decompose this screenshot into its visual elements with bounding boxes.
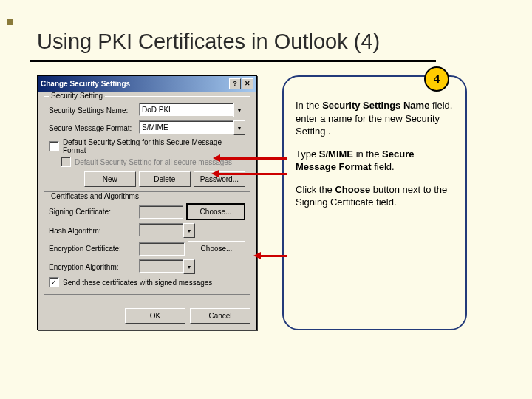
delete-button[interactable]: Delete [139, 171, 191, 187]
enc-alg-label: Encryption Algorithm: [49, 263, 136, 271]
step-badge: 4 [424, 66, 449, 92]
name-input[interactable]: DoD PKI [139, 103, 233, 116]
enc-alg-dropdown[interactable]: ▼ [183, 259, 195, 274]
name-dropdown[interactable]: ▼ [233, 103, 245, 117]
format-dropdown[interactable]: ▼ [233, 120, 245, 135]
enc-alg-field [139, 259, 183, 273]
title-rule [30, 60, 436, 62]
encryption-choose-button[interactable]: Choose... [188, 241, 245, 256]
cancel-button[interactable]: Cancel [190, 308, 250, 324]
default-all-checkbox [61, 157, 71, 167]
default-all-label: Default Security Setting for all secure … [75, 158, 232, 166]
ok-button[interactable]: OK [125, 308, 185, 324]
send-certs-checkbox[interactable]: ✓ [49, 277, 59, 287]
instruction-3: Click the Choose button next to the Sign… [296, 183, 454, 209]
chevron-down-icon: ▼ [187, 228, 192, 233]
default-format-checkbox[interactable] [49, 141, 59, 151]
format-label: Secure Message Format: [49, 124, 136, 132]
security-setting-group: Security Setting Security Settings Name:… [44, 96, 250, 192]
hash-label: Hash Algorithm: [49, 227, 136, 235]
group1-title: Security Setting [49, 92, 105, 100]
help-button[interactable]: ? [229, 78, 241, 89]
instruction-callout: 4 In the Security Settings Name field, e… [282, 75, 467, 330]
dialog-title: Change Security Settings [41, 80, 130, 88]
slide-title: Using PKI Certificates in Outlook (4) [37, 30, 495, 54]
signing-cert-field [139, 205, 183, 219]
format-input[interactable]: S/MIME [139, 120, 233, 134]
instruction-1: In the Security Settings Name field, ent… [296, 99, 454, 138]
group2-title: Certificates and Algorithms [49, 192, 141, 200]
hash-dropdown[interactable]: ▼ [183, 223, 195, 238]
enc-cert-label: Encryption Certificate: [49, 245, 136, 253]
instruction-2: Type S/MIME in the Secure Message Format… [296, 148, 454, 174]
close-icon: ✕ [245, 81, 250, 87]
check-icon: ✓ [51, 279, 57, 286]
default-format-label: Default Security Setting for this Secure… [63, 138, 245, 154]
hash-field [139, 223, 183, 236]
dialog-titlebar: Change Security Settings ? ✕ [38, 76, 256, 92]
new-button[interactable]: New [84, 171, 136, 187]
name-label: Security Settings Name: [49, 106, 136, 115]
question-icon: ? [233, 81, 237, 87]
title-bullet [7, 19, 13, 25]
chevron-down-icon: ▼ [237, 126, 242, 131]
enc-cert-field [139, 242, 185, 256]
send-certs-label: Send these certificates with signed mess… [63, 279, 212, 287]
chevron-down-icon: ▼ [237, 108, 242, 113]
close-button[interactable]: ✕ [242, 78, 253, 89]
signing-choose-button[interactable]: Choose... [186, 203, 245, 220]
signing-cert-label: Signing Certificate: [49, 208, 136, 216]
chevron-down-icon: ▼ [187, 265, 192, 270]
security-settings-dialog: Change Security Settings ? ✕ Security Se… [37, 75, 257, 330]
certificates-group: Certificates and Algorithms Signing Cert… [44, 197, 250, 295]
